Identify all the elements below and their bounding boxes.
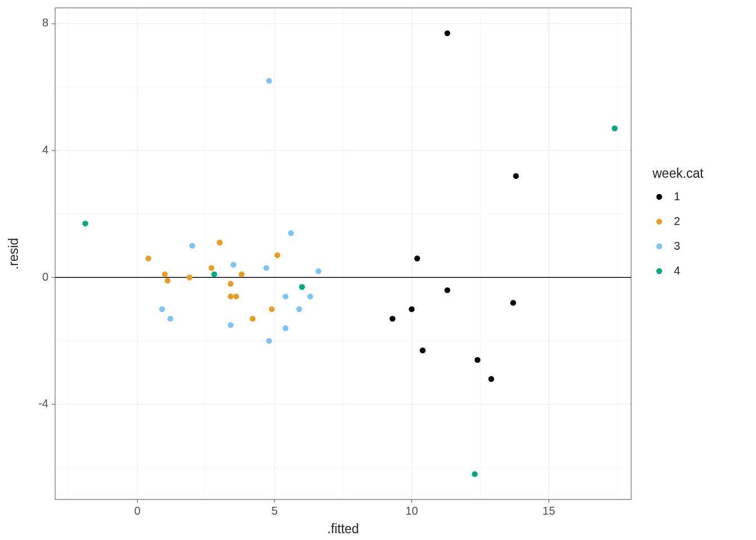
data-point xyxy=(316,268,321,274)
legend-swatch-icon xyxy=(656,194,662,200)
legend-title: week.cat xyxy=(652,166,704,181)
data-point xyxy=(612,125,618,131)
data-point xyxy=(146,255,151,261)
x-axis-title: .fitted xyxy=(327,521,359,536)
data-point xyxy=(266,78,272,83)
data-point xyxy=(414,255,420,261)
data-point xyxy=(209,265,214,271)
data-point xyxy=(266,338,272,344)
data-point xyxy=(165,278,170,284)
y-axis-title: .resid xyxy=(6,238,21,269)
data-point xyxy=(299,284,305,290)
data-point xyxy=(420,348,425,353)
data-point xyxy=(187,274,192,280)
data-point xyxy=(231,262,236,268)
data-point xyxy=(513,173,519,179)
scatter-plot: 051015-4048.fitted.residweek.cat1234 xyxy=(0,0,756,540)
data-point xyxy=(233,294,239,299)
data-point xyxy=(228,281,233,286)
legend-label: 3 xyxy=(674,240,680,252)
data-point xyxy=(238,271,244,277)
x-tick-label: 0 xyxy=(134,505,141,517)
legend-label: 4 xyxy=(674,264,680,277)
chart-container: 051015-4048.fitted.residweek.cat1234 xyxy=(0,0,756,540)
legend: week.cat1234 xyxy=(652,166,704,277)
x-tick-label: 5 xyxy=(272,505,278,517)
legend-item: 1 xyxy=(656,190,680,202)
data-point xyxy=(159,306,165,312)
y-tick-label: -4 xyxy=(38,397,48,410)
legend-item: 3 xyxy=(656,240,680,252)
legend-item: 4 xyxy=(656,264,680,277)
x-tick-label: 10 xyxy=(406,505,418,517)
data-point xyxy=(274,253,280,258)
data-point xyxy=(472,471,478,477)
data-point xyxy=(444,30,450,36)
legend-label: 1 xyxy=(674,190,680,202)
data-point xyxy=(190,243,195,249)
legend-swatch-icon xyxy=(656,219,662,224)
data-point xyxy=(282,294,288,299)
data-point xyxy=(168,316,173,321)
data-point xyxy=(488,376,494,382)
data-point xyxy=(296,306,302,312)
data-point xyxy=(212,271,217,277)
y-tick-label: 4 xyxy=(42,143,48,156)
data-point xyxy=(475,357,480,363)
data-point xyxy=(307,294,313,299)
data-point xyxy=(282,325,288,331)
legend-item: 2 xyxy=(656,215,680,227)
y-tick-label: 0 xyxy=(42,271,48,283)
data-point xyxy=(228,294,233,299)
data-point xyxy=(390,316,395,321)
y-tick-label: 8 xyxy=(42,16,48,29)
data-point xyxy=(444,287,450,293)
data-point xyxy=(162,271,168,277)
data-point xyxy=(250,316,255,321)
data-point xyxy=(510,300,516,305)
data-point xyxy=(82,220,88,226)
data-point xyxy=(269,306,274,312)
data-point xyxy=(228,322,233,328)
legend-swatch-icon xyxy=(656,268,662,274)
data-point xyxy=(288,230,294,236)
data-point xyxy=(263,265,269,271)
data-point xyxy=(409,306,415,312)
legend-label: 2 xyxy=(674,215,680,227)
data-point xyxy=(217,240,222,245)
legend-swatch-icon xyxy=(656,244,662,249)
x-tick-label: 15 xyxy=(543,505,555,517)
